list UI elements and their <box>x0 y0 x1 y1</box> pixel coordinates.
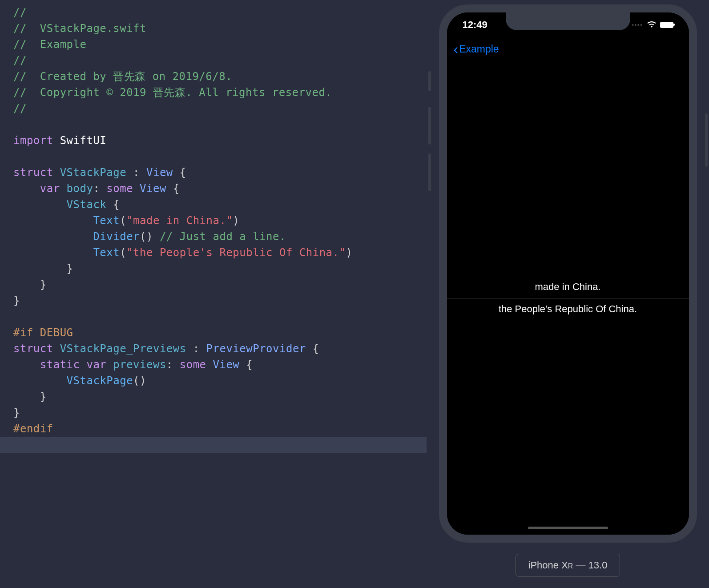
phone-silence-switch <box>428 71 431 91</box>
code-line: } <box>13 277 427 293</box>
home-indicator[interactable] <box>528 527 608 529</box>
code-line: } <box>13 261 427 277</box>
code-line: // Copyright © 2019 晋先森. All rights rese… <box>13 85 427 101</box>
text-label: the People's Republic Of China. <box>499 303 637 315</box>
text-label: made in China. <box>535 281 601 293</box>
code-line: // <box>13 52 427 68</box>
vstack: made in China. the People's Republic Of … <box>447 281 689 315</box>
phone-power-button <box>705 113 708 167</box>
code-line: // Created by 晋先森 on 2019/6/8. <box>13 68 427 85</box>
code-line: // <box>13 4 427 20</box>
code-line: } <box>13 389 427 405</box>
code-line: struct VStackPage : View { <box>13 165 427 181</box>
device-selector[interactable]: iPhone XR — 13.0 <box>516 554 620 577</box>
battery-icon <box>660 22 673 28</box>
code-line: static var previews: some View { <box>13 357 427 373</box>
code-line: var body: some View { <box>13 181 427 197</box>
code-line: } <box>13 405 427 421</box>
cellular-icon: •••• <box>632 22 643 28</box>
back-button[interactable]: ‹ Example <box>454 41 499 57</box>
code-line: Divider() // Just add a line. <box>13 229 427 245</box>
code-line: import SwiftUI <box>13 133 427 149</box>
chevron-left-icon: ‹ <box>454 41 459 57</box>
phone-notch <box>506 12 630 30</box>
content-area: made in China. the People's Republic Of … <box>447 61 689 535</box>
divider <box>447 298 689 298</box>
status-indicators: •••• <box>632 21 673 28</box>
navigation-bar: ‹ Example <box>447 37 689 61</box>
code-line: #endif <box>13 421 427 437</box>
phone-volume-up <box>428 107 431 145</box>
code-line: VStack { <box>13 197 427 213</box>
code-line: struct VStackPage_Previews : PreviewProv… <box>13 341 427 357</box>
code-line <box>13 309 427 325</box>
cursor-line <box>0 437 427 453</box>
code-line: VStackPage() <box>13 373 427 389</box>
phone-volume-down <box>428 153 431 191</box>
code-line: // <box>13 101 427 117</box>
code-line: Text("made in China.") <box>13 213 427 229</box>
back-label: Example <box>459 43 499 55</box>
code-line: // Example <box>13 36 427 52</box>
wifi-icon <box>647 21 657 28</box>
code-line: } <box>13 293 427 309</box>
code-editor[interactable]: // // VStackPage.swift // Example // // … <box>0 0 427 588</box>
preview-pane: 12:49 •••• ‹ Example <box>427 0 709 588</box>
phone-simulator: 12:49 •••• ‹ Example <box>439 4 697 543</box>
phone-screen[interactable]: 12:49 •••• ‹ Example <box>447 12 689 535</box>
code-line <box>13 117 427 133</box>
code-line: #if DEBUG <box>13 325 427 341</box>
status-time: 12:49 <box>463 19 487 31</box>
code-line: Text("the People's Republic Of China.") <box>13 245 427 261</box>
code-line <box>13 149 427 165</box>
code-line: // VStackPage.swift <box>13 20 427 36</box>
